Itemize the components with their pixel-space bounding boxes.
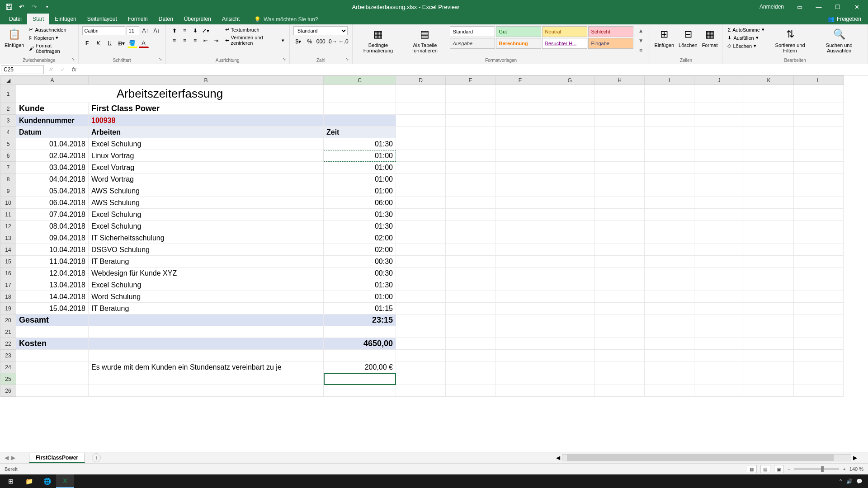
format-as-table-button[interactable]: ▤ Als Tabelle formatieren — [403, 26, 447, 54]
orientation-icon[interactable]: ⤢▾ — [201, 26, 211, 35]
sort-filter-button[interactable]: ⇅Sortieren und Filtern — [769, 26, 812, 54]
style-besucht[interactable]: Besuchter H... — [542, 38, 587, 49]
zoom-level[interactable]: 140 % — [849, 466, 863, 472]
zoom-in-button[interactable]: + — [843, 466, 845, 472]
conditional-formatting-button[interactable]: ▦ Bedingte Formatierung — [356, 26, 401, 54]
percent-icon[interactable]: % — [305, 37, 315, 46]
number-format-select[interactable]: Standard — [293, 26, 348, 35]
fill-button[interactable]: ⬇Ausfüllen ▾ — [726, 34, 765, 41]
col-header-A[interactable]: A — [16, 76, 89, 85]
insert-cells-button[interactable]: ⊞Einfügen — [654, 26, 675, 49]
tray-chevron-icon[interactable]: ⌃ — [839, 479, 843, 484]
tab-start[interactable]: Start — [27, 14, 49, 24]
col-header-L[interactable]: L — [794, 76, 844, 85]
number-launcher[interactable]: ⤡ — [345, 57, 351, 62]
add-sheet-button[interactable]: + — [92, 453, 101, 462]
cut-button[interactable]: ✂Ausschneiden — [28, 26, 74, 33]
cancel-formula-icon[interactable]: ✕ — [46, 65, 55, 74]
col-header-C[interactable]: C — [324, 76, 396, 85]
style-eingabe[interactable]: Eingabe — [588, 38, 633, 49]
excel-taskbar-icon[interactable]: X — [56, 474, 74, 488]
col-header-H[interactable]: H — [595, 76, 645, 85]
fx-icon[interactable]: fx — [70, 65, 79, 74]
row-header[interactable]: 1 — [0, 85, 16, 103]
hscroll-right[interactable]: ▶ — [851, 455, 859, 461]
align-bottom-icon[interactable]: ⬇ — [190, 26, 200, 35]
italic-icon[interactable]: K — [94, 39, 104, 48]
undo-icon[interactable]: ↶ — [17, 2, 26, 11]
view-page-break-icon[interactable]: ▣ — [774, 465, 784, 473]
tab-ueberpruefen[interactable]: Überprüfen — [179, 14, 217, 24]
close-icon[interactable]: ✕ — [848, 0, 866, 13]
view-normal-icon[interactable]: ▦ — [747, 465, 757, 473]
col-header-E[interactable]: E — [446, 76, 495, 85]
format-painter-button[interactable]: 🖌Format übertragen — [28, 42, 74, 54]
start-menu-icon[interactable]: ⊞ — [2, 474, 20, 488]
tab-ansicht[interactable]: Ansicht — [217, 14, 245, 24]
format-cells-button[interactable]: ▦Format — [701, 26, 719, 49]
sheet-tab-active[interactable]: FirstClassPower — [29, 453, 85, 463]
tray-notifications-icon[interactable]: 💬 — [856, 479, 863, 484]
col-header-G[interactable]: G — [545, 76, 595, 85]
minimize-icon[interactable]: — — [810, 0, 828, 13]
find-select-button[interactable]: 🔍Suchen und Auswählen — [814, 26, 864, 54]
tab-seitenlayout[interactable]: Seitenlayout — [82, 14, 123, 24]
edge-icon[interactable]: 🌐 — [38, 474, 56, 488]
col-header-J[interactable]: J — [694, 76, 744, 85]
select-all-corner[interactable]: ◢ — [0, 76, 16, 85]
file-explorer-icon[interactable]: 📁 — [20, 474, 38, 488]
tell-me-search[interactable]: 💡 Was möchten Sie tun? — [254, 16, 318, 24]
merge-center-button[interactable]: ⬌Verbinden und zentrieren ▾ — [224, 34, 286, 46]
underline-icon[interactable]: U — [105, 39, 115, 48]
row-header[interactable]: 3 — [0, 115, 16, 127]
align-launcher[interactable]: ⤡ — [283, 57, 288, 62]
copy-button[interactable]: ⎘Kopieren ▾ — [28, 34, 74, 41]
share-button[interactable]: 👥 Freigeben — [821, 14, 868, 24]
currency-icon[interactable]: $▾ — [293, 37, 303, 46]
zoom-slider[interactable] — [794, 468, 839, 470]
tab-daten[interactable]: Daten — [153, 14, 179, 24]
indent-dec-icon[interactable]: ⇤ — [201, 36, 211, 45]
wrap-text-button[interactable]: ↩Textumbruch — [224, 26, 286, 33]
formula-bar-input[interactable] — [80, 66, 868, 74]
style-standard[interactable]: Standard — [450, 26, 495, 37]
clipboard-launcher[interactable]: ⤡ — [71, 57, 77, 62]
row-header[interactable]: 4 — [0, 127, 16, 138]
fill-color-icon[interactable]: 🪣 — [127, 39, 137, 48]
indent-inc-icon[interactable]: ⇥ — [211, 36, 221, 45]
col-header-I[interactable]: I — [645, 76, 694, 85]
view-page-layout-icon[interactable]: ▤ — [760, 465, 770, 473]
align-center-icon[interactable]: ≡ — [180, 36, 190, 45]
border-icon[interactable]: ⊞▾ — [116, 39, 126, 48]
ribbon-display-icon[interactable]: ▭ — [791, 0, 809, 13]
styles-scroll-up[interactable]: ▲ — [636, 26, 646, 35]
save-icon[interactable] — [5, 2, 14, 11]
delete-cells-button[interactable]: ⊟Löschen — [678, 26, 698, 49]
cell[interactable]: Arbeitszeiterfassung — [16, 85, 324, 103]
inc-decimal-icon[interactable]: .0→ — [327, 37, 337, 46]
tab-datei[interactable]: Datei — [4, 14, 27, 24]
col-header-F[interactable]: F — [495, 76, 545, 85]
font-launcher[interactable]: ⤡ — [159, 57, 164, 62]
align-top-icon[interactable]: ⬆ — [170, 26, 179, 35]
styles-more[interactable]: ≡ — [636, 46, 646, 55]
sheet-nav-prev[interactable]: ◀ — [5, 455, 9, 461]
enter-formula-icon[interactable]: ✓ — [58, 65, 67, 74]
font-color-icon[interactable]: A — [139, 39, 149, 48]
sheet-nav-next[interactable]: ▶ — [11, 455, 15, 461]
comma-icon[interactable]: 000 — [316, 37, 326, 46]
sign-in-link[interactable]: Anmelden — [760, 4, 784, 10]
col-header-K[interactable]: K — [744, 76, 794, 85]
horizontal-scrollbar[interactable] — [562, 454, 851, 461]
tab-einfuegen[interactable]: Einfügen — [49, 14, 81, 24]
qat-customize-icon[interactable]: ▾ — [42, 2, 52, 11]
hscroll-left[interactable]: ◀ — [554, 455, 562, 461]
font-name-select[interactable] — [82, 26, 125, 35]
style-gut[interactable]: Gut — [496, 26, 541, 37]
styles-scroll-down[interactable]: ▼ — [636, 36, 646, 45]
active-cell[interactable] — [324, 373, 396, 385]
row-header[interactable]: 2 — [0, 103, 16, 115]
name-box[interactable] — [1, 65, 44, 74]
increase-font-icon[interactable]: A↑ — [141, 26, 151, 35]
dec-decimal-icon[interactable]: ←.0 — [339, 37, 349, 46]
